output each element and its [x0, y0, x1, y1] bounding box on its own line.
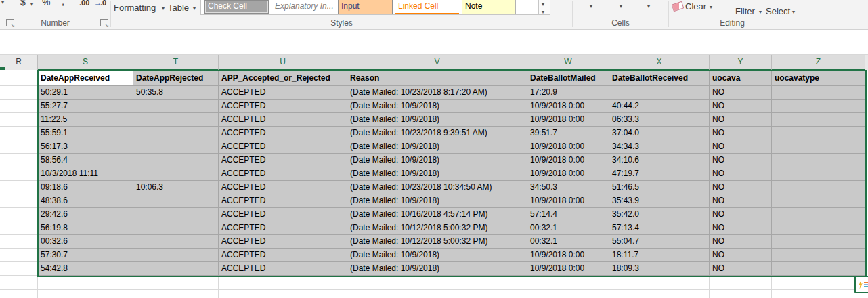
cell-Y4[interactable]: NO	[710, 127, 772, 140]
cell-W1[interactable]: 17:20.9	[527, 86, 609, 100]
cell-V1[interactable]: (Date Mailed: 10/23/2018 8:17:20 AM)	[347, 86, 527, 100]
cell-W14[interactable]: 10/9/2018 0:00	[527, 262, 609, 276]
cell-U5[interactable]: ACCEPTED	[219, 140, 347, 154]
dialog-launcher-icon[interactable]	[100, 19, 108, 26]
cell-Y1[interactable]: NO	[710, 86, 772, 100]
cell-R13[interactable]	[0, 249, 38, 262]
cell-W11[interactable]: 00:32.1	[527, 221, 609, 235]
cell-U10[interactable]: ACCEPTED	[219, 208, 347, 221]
cell-R7[interactable]	[0, 167, 38, 181]
cell-W3[interactable]: 10/9/2018 0:00	[527, 113, 609, 127]
cell-T4[interactable]	[133, 127, 219, 140]
gallery-more-icon[interactable]	[542, 9, 544, 15]
comma-style-button[interactable]: ,	[62, 0, 64, 7]
cell-Y9[interactable]: NO	[710, 194, 772, 208]
cell-R5[interactable]	[0, 140, 38, 154]
cell-T14[interactable]	[133, 262, 219, 276]
cell-empty-X2[interactable]	[609, 290, 710, 298]
header-cell-S[interactable]: DateAppReceived	[38, 71, 133, 86]
cell-S10[interactable]: 29:42.6	[38, 208, 133, 221]
format-as-table-button[interactable]: Table	[168, 3, 189, 13]
cell-T10[interactable]	[133, 208, 219, 221]
style-linked-cell[interactable]: Linked Cell	[395, 0, 459, 14]
chevron-down-icon[interactable]	[162, 6, 165, 12]
cell-Z6[interactable]	[772, 154, 865, 167]
cell-empty-U1[interactable]	[219, 277, 347, 290]
cell-S3[interactable]: 11:22.5	[38, 113, 133, 127]
cell-Y10[interactable]: NO	[710, 208, 772, 221]
cell-Y2[interactable]: NO	[710, 100, 772, 113]
header-cell-X[interactable]: DateBallotReceived	[609, 71, 710, 86]
cell-W9[interactable]: 10/9/2018 0:00	[527, 194, 609, 208]
header-cell-V[interactable]: Reason	[347, 71, 527, 86]
find-select-button[interactable]: Select	[766, 6, 790, 16]
cell-U6[interactable]: ACCEPTED	[219, 154, 347, 167]
cell-R10[interactable]	[0, 208, 38, 221]
formula-bar-area[interactable]	[0, 30, 868, 54]
cell-W8[interactable]: 34:50.3	[527, 181, 609, 194]
cell-V9[interactable]: (Date Mailed: 10/9/2018)	[347, 194, 527, 208]
column-header-Z[interactable]: Z	[772, 55, 865, 70]
style-input[interactable]: Input	[338, 0, 393, 14]
cell-U9[interactable]: ACCEPTED	[219, 194, 347, 208]
cell-T12[interactable]	[133, 235, 219, 249]
cell-W13[interactable]: 10/9/2018 0:00	[527, 249, 609, 262]
quick-analysis-button[interactable]	[854, 276, 868, 293]
cell-T2[interactable]	[133, 100, 219, 113]
cell-V12[interactable]: (Date Mailed: 10/12/2018 5:00:32 PM)	[347, 235, 527, 249]
cell-Y8[interactable]: NO	[710, 181, 772, 194]
cell-Z5[interactable]	[772, 140, 865, 154]
cell-S5[interactable]: 56:17.3	[38, 140, 133, 154]
cell-W10[interactable]: 57:14.4	[527, 208, 609, 221]
cell-V2[interactable]: (Date Mailed: 10/9/2018)	[347, 100, 527, 113]
cell-empty-S2[interactable]	[38, 290, 133, 298]
cell-empty-V1[interactable]	[347, 277, 527, 290]
currency-format-button[interactable]: $	[20, 0, 26, 7]
chevron-down-icon[interactable]	[1, 0, 4, 5]
cell-V3[interactable]: (Date Mailed: 10/9/2018)	[347, 113, 527, 127]
cell-S11[interactable]: 56:19.8	[38, 221, 133, 235]
cell-Z11[interactable]	[772, 221, 865, 235]
cell-R12[interactable]	[0, 235, 38, 249]
cell-S6[interactable]: 58:56.4	[38, 154, 133, 167]
cell-Z8[interactable]	[772, 181, 865, 194]
cell-R9[interactable]	[0, 194, 38, 208]
cell-W5[interactable]: 10/9/2018 0:00	[527, 140, 609, 154]
cell-W4[interactable]: 39:51.7	[527, 127, 609, 140]
chevron-down-icon[interactable]	[710, 5, 712, 10]
cell-T11[interactable]	[133, 221, 219, 235]
column-header-V[interactable]: V	[347, 55, 527, 70]
cell-W12[interactable]: 00:32.1	[527, 235, 609, 249]
chevron-down-icon[interactable]	[30, 2, 33, 7]
cell-Z4[interactable]	[772, 127, 865, 140]
cell-Y11[interactable]: NO	[710, 221, 772, 235]
cell-S14[interactable]: 54:42.8	[38, 262, 133, 276]
cell-U3[interactable]: ACCEPTED	[219, 113, 347, 127]
column-header-R[interactable]: R	[0, 55, 38, 70]
cell-R3[interactable]	[0, 113, 38, 127]
header-cell-W[interactable]: DateBallotMailed	[527, 71, 609, 86]
cell-Z12[interactable]	[772, 235, 865, 249]
cell-V8[interactable]: (Date Mailed: 10/23/2018 10:34:50 AM)	[347, 181, 527, 194]
cell-X11[interactable]: 57:13.4	[609, 221, 710, 235]
cell-T7[interactable]	[133, 167, 219, 181]
cell-Z9[interactable]	[772, 194, 865, 208]
cell-R-header[interactable]	[0, 71, 38, 86]
cell-V4[interactable]: (Date Mailed: 10/23/2018 9:39:51 AM)	[347, 127, 527, 140]
cell-R2[interactable]	[0, 100, 38, 113]
cell-U1[interactable]: ACCEPTED	[219, 86, 347, 100]
cell-W6[interactable]: 10/9/2018 0:00	[527, 154, 609, 167]
cell-T6[interactable]	[133, 154, 219, 167]
column-header-Y[interactable]: Y	[710, 55, 772, 70]
increase-decimal-icon[interactable]: .00	[79, 0, 89, 7]
cell-U11[interactable]: ACCEPTED	[219, 221, 347, 235]
column-header-S[interactable]: S	[38, 55, 133, 70]
cell-V14[interactable]: (Date Mailed: 10/9/2018)	[347, 262, 527, 276]
gallery-scroll-down-icon[interactable]	[542, 2, 544, 7]
cell-Z2[interactable]	[772, 100, 865, 113]
cell-R14[interactable]	[0, 262, 38, 276]
cell-S12[interactable]: 00:32.6	[38, 235, 133, 249]
cell-R4[interactable]	[0, 127, 38, 140]
cell-V5[interactable]: (Date Mailed: 10/9/2018)	[347, 140, 527, 154]
cell-T5[interactable]	[133, 140, 219, 154]
